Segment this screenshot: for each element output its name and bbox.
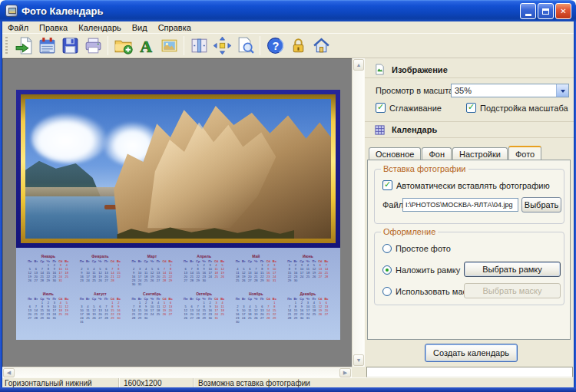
vertical-scrollbar[interactable]: ▲ ▼: [352, 58, 364, 367]
mini-month: ЯнварьПнВтСрЧтПтСбВс12345678910111213141…: [22, 254, 74, 286]
toolbar-separator: [260, 36, 260, 55]
horizontal-scrollbar[interactable]: ◀ ▶: [2, 367, 352, 377]
chevron-down-icon[interactable]: [556, 84, 568, 97]
menu-calendar[interactable]: Календарь: [73, 22, 127, 33]
add-photo-icon[interactable]: [111, 35, 134, 57]
fit-scale-label: Подстройка масштаба: [480, 104, 568, 113]
mini-month: МартПнВтСрЧтПтСбВс1234567891011121314151…: [126, 254, 178, 286]
scroll-left-icon[interactable]: ◀: [3, 368, 15, 377]
file-label: Файл: [382, 200, 403, 209]
mini-month: АпрельПнВтСрЧтПтСбВс12345678910111213141…: [178, 254, 230, 286]
choose-mask-button[interactable]: Выбрать маску: [464, 283, 561, 298]
menu-help[interactable]: Справка: [153, 22, 197, 33]
calendar-page: ЯнварьПнВтСрЧтПтСбВс12345678910111213141…: [16, 90, 340, 340]
toolbar-separator: [108, 36, 108, 55]
status-orientation: Горизонтальный нижний: [0, 378, 119, 387]
mini-month: СентябрьПнВтСрЧтПтСбВс123456789101112131…: [126, 292, 178, 324]
scale-label: Просмотр в масштабе: [376, 86, 463, 95]
plain-photo-label: Простое фото: [396, 244, 451, 253]
tab-settings[interactable]: Настройки: [452, 147, 508, 160]
tab-photo[interactable]: Фото: [508, 146, 541, 160]
mini-month: ОктябрьПнВтСрЧтПтСбВс1234567891011121314…: [178, 292, 230, 324]
mini-month: НоябрьПнВтСрЧтПтСбВс12345678910111213141…: [230, 292, 283, 324]
image-icon: [374, 64, 386, 75]
fit-to-window-icon[interactable]: [210, 35, 233, 57]
progress-bar: [366, 367, 573, 377]
menu-view[interactable]: Вид: [127, 22, 153, 33]
scroll-down-icon[interactable]: ▼: [353, 354, 364, 366]
image-section-header: Изображение: [365, 61, 574, 78]
apply-frame-radio[interactable]: [382, 265, 392, 275]
apply-frame-label: Наложить рамку: [396, 265, 460, 275]
scroll-right-icon[interactable]: ▶: [339, 368, 351, 377]
help-icon[interactable]: ?: [263, 35, 286, 57]
insert-photo-group-title: Вставка фотографии: [381, 164, 468, 173]
photo: [25, 99, 331, 239]
mini-month: МайПнВтСрЧтПтСбВс12345678910111213141516…: [230, 254, 283, 286]
scroll-up-icon[interactable]: ▲: [353, 59, 364, 71]
calendar-section-title: Календарь: [392, 125, 437, 134]
style-group-title: Оформление: [381, 227, 438, 236]
save-icon[interactable]: [58, 35, 81, 57]
fit-scale-checkbox[interactable]: [466, 103, 476, 113]
status-message: Возможна вставка фотографии: [194, 378, 576, 387]
tab-background[interactable]: Фон: [422, 147, 452, 160]
mini-month: ФевральПнВтСрЧтПтСбВс1234567891011121314…: [74, 254, 127, 286]
register-icon[interactable]: [286, 35, 310, 57]
status-resolution: 1600x1200: [119, 378, 194, 387]
use-mask-label: Использовать маску: [396, 287, 475, 296]
preview-canvas[interactable]: ЯнварьПнВтСрЧтПтСбВс12345678910111213141…: [2, 58, 352, 367]
status-bar: Горизонтальный нижний 1600x1200 Возможна…: [0, 377, 576, 387]
photo-tab-panel: Вставка фотографии Автоматически вставля…: [367, 160, 571, 340]
app-icon: [5, 5, 18, 17]
add-image-icon[interactable]: [157, 35, 180, 57]
toolbar-separator: [184, 36, 184, 55]
menu-edit[interactable]: Правка: [34, 22, 73, 33]
smoothing-label: Сглаживание: [389, 104, 442, 113]
smoothing-checkbox[interactable]: [376, 103, 386, 113]
mini-month: ИюльПнВтСрЧтПтСбВс1234567891011121314151…: [22, 292, 74, 324]
add-text-icon[interactable]: A: [134, 35, 157, 57]
settings-panel: Изображение Просмотр в масштабе 35% Сгла…: [364, 58, 574, 367]
maximize-button[interactable]: [538, 3, 554, 19]
close-button[interactable]: ✕: [555, 3, 571, 19]
print-icon[interactable]: [81, 35, 104, 57]
tab-strip: Основное Фон Настройки Фото: [369, 146, 542, 160]
app-window: Фото Календарь ✕ Файл Правка Календарь В…: [0, 0, 576, 392]
new-document-icon[interactable]: [12, 35, 35, 57]
style-group: Оформление Простое фото Наложить рамку В…: [374, 232, 564, 305]
scale-combobox[interactable]: 35%: [451, 84, 569, 97]
minimize-button[interactable]: [520, 3, 536, 19]
plain-photo-radio[interactable]: [382, 244, 392, 253]
new-calendar-icon[interactable]: [35, 35, 58, 57]
calendar-months: ЯнварьПнВтСрЧтПтСбВс12345678910111213141…: [22, 254, 334, 329]
window-border-left: [0, 21, 2, 387]
panels-icon[interactable]: [187, 35, 210, 57]
photo-file-input[interactable]: [402, 198, 518, 212]
window-border-bottom: [0, 387, 576, 392]
svg-text:A: A: [140, 38, 152, 55]
menu-file[interactable]: Файл: [2, 22, 34, 33]
calendar-grid-icon: [374, 124, 386, 136]
tab-main[interactable]: Основное: [369, 147, 421, 160]
toolbar-grip[interactable]: [5, 37, 8, 55]
auto-insert-checkbox[interactable]: [382, 180, 392, 190]
title-bar[interactable]: Фото Календарь ✕: [0, 0, 576, 21]
scale-value: 35%: [452, 84, 556, 97]
home-icon[interactable]: [310, 35, 333, 57]
mini-month: ДекабрьПнВтСрЧтПтСбВс1234567891011121314…: [282, 292, 334, 324]
mini-month: АвгустПнВтСрЧтПтСбВс12345678910111213141…: [74, 292, 127, 324]
photo-frame: [16, 90, 340, 248]
window-title: Фото Календарь: [22, 5, 103, 17]
mini-month: ИюньПнВтСрЧтПтСбВс1234567891011121314151…: [282, 254, 334, 286]
choose-frame-button[interactable]: Выбрать рамку: [464, 262, 561, 277]
create-calendar-button[interactable]: Создать календарь: [425, 344, 518, 362]
preview-icon[interactable]: [233, 35, 257, 57]
svg-text:?: ?: [272, 40, 279, 52]
image-section-title: Изображение: [392, 65, 448, 74]
calendar-section-header: Календарь: [365, 121, 574, 138]
toolbar: A ?: [2, 33, 574, 58]
browse-file-button[interactable]: Выбрать: [521, 197, 561, 212]
auto-insert-label: Автоматически вставлять фотографию: [396, 181, 550, 190]
use-mask-radio[interactable]: [382, 287, 392, 296]
